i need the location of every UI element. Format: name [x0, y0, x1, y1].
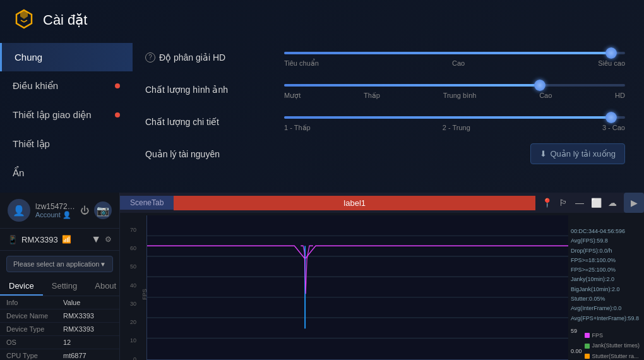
chevron-down-icon[interactable]: ▼: [91, 234, 101, 245]
info-key: Info: [6, 299, 63, 306]
setting-row-quan-ly-tai-nguyen: Quản lý tài nguyên ⬇ Quản lý tải xuống: [145, 143, 625, 164]
slider-do-phan-giai[interactable]: Tiêu chuẩn Cao Siêu cao: [284, 47, 625, 68]
camera-button[interactable]: 📷: [94, 201, 112, 219]
info-key: CPU Type: [6, 352, 63, 359]
tabs-row: Device Setting About: [0, 277, 119, 296]
legend-color-stutter: [585, 354, 590, 359]
chart-body: FPS 70 60 50 40 30 20 10 0 FPS: [120, 213, 644, 360]
y-axis: 70 60 50 40 30 20 10 0: [120, 215, 139, 360]
info-value: Value: [63, 299, 113, 306]
logo-icon: [13, 8, 35, 33]
app-selector[interactable]: Please select an application ▼: [6, 256, 113, 272]
right-side-section: 59 0.00 0 FPS Jank(Stutter times): [571, 326, 641, 360]
dot-indicator: [115, 112, 120, 117]
sidebar-item-chung[interactable]: Chung: [0, 43, 133, 71]
info-value: RMX3393: [63, 325, 113, 333]
user-details: lzw15472@uoo... Account 👤: [35, 202, 75, 219]
legend-color-fps: [585, 333, 590, 338]
chart-svg: [147, 215, 568, 359]
power-icon[interactable]: ⏻: [80, 205, 89, 215]
slider-fill: [284, 52, 611, 54]
chart-header: SceneTab label1 📍 🏳 — ⬜ ☁ ▶: [120, 193, 644, 213]
setting-row-chat-luong-hinh-anh: Chất lượng hình ảnh Mượt Thấp Trung bình…: [145, 79, 625, 100]
account-icon: 👤: [63, 211, 71, 219]
tab-device[interactable]: Device: [0, 277, 43, 296]
info-key: OS: [6, 339, 63, 346]
legend-item-fps: FPS: [585, 331, 640, 340]
chart-plot-wrapper: FPS: [139, 215, 568, 360]
slider-track[interactable]: [284, 84, 625, 87]
slider-thumb[interactable]: [534, 80, 546, 91]
cloud-icon[interactable]: ☁: [606, 196, 619, 209]
right-values: 59 0.00 0: [571, 326, 582, 360]
info-table: Info Value Device Name RMX3393 Device Ty…: [0, 296, 119, 360]
dropdown-chevron-icon: ▼: [100, 261, 106, 268]
label1-bar: label1: [174, 196, 535, 210]
device-selector: 📱 RMX3393 📶 ▼ ⚙: [0, 229, 119, 251]
avatar: 👤: [8, 199, 30, 222]
chart-area: SceneTab label1 📍 🏳 — ⬜ ☁ ▶ FPS 70 60 50…: [120, 193, 644, 360]
download-icon: ⬇: [540, 149, 547, 159]
chart-controls: 📍 🏳 — ⬜ ☁: [535, 196, 624, 209]
bottom-sidebar: 👤 lzw15472@uoo... Account 👤 ⏻ 📷 📱 RMX339…: [0, 193, 120, 360]
slider-chat-luong-hinh-anh[interactable]: Mượt Thấp Trung bình Cao HD: [284, 79, 625, 100]
legend-item-jank: Jank(Stutter times): [585, 341, 640, 350]
slider-labels: 1 - Thấp 2 - Trung 3 - Cao: [284, 124, 625, 132]
device-actions: ▼ ⚙: [91, 234, 112, 245]
sidebar-item-thiet-lap-giao-dien[interactable]: Thiết lập giao diện: [0, 100, 133, 129]
settings-content: ? Độ phân giải HD Tiêu chuẩn Cao Siêu ca…: [133, 40, 644, 193]
chart-right-info: 00:DC:344-04:56:596 Avg(FPS):59.8 Drop(F…: [568, 215, 644, 360]
settings-panel: Cài đặt Chung Điều khiển Thiết lập giao …: [0, 0, 644, 193]
chart-stats: 00:DC:344-04:56:596 Avg(FPS):59.8 Drop(F…: [571, 227, 641, 323]
device-name: 📱 RMX3393 📶: [8, 235, 71, 244]
chart-legend: FPS Jank(Stutter times) Stutter(Stutter …: [585, 326, 640, 360]
slider-thumb[interactable]: [605, 112, 617, 123]
slider-labels: Mượt Thấp Trung bình Cao HD: [284, 92, 625, 100]
play-button[interactable]: ▶: [624, 193, 644, 213]
sidebar-item-an[interactable]: Ẩn: [0, 159, 133, 188]
account-link[interactable]: Account 👤: [35, 211, 75, 219]
bottom-panel: 👤 lzw15472@uoo... Account 👤 ⏻ 📷 📱 RMX339…: [0, 193, 644, 360]
setting-row-chat-luong-chi-tiet: Chất lượng chi tiết 1 - Thấp 2 - Trung 3…: [145, 111, 625, 132]
settings-sidebar: Chung Điều khiển Thiết lập giao diện Thi…: [0, 40, 133, 193]
slider-track[interactable]: [284, 116, 625, 119]
table-row: Device Name RMX3393: [0, 309, 119, 323]
slider-track[interactable]: [284, 52, 625, 54]
chart-plot[interactable]: [146, 215, 568, 360]
username: lzw15472@uoo...: [35, 202, 75, 211]
help-icon-do-phan-giai[interactable]: ?: [145, 52, 155, 63]
slider-fill: [284, 84, 540, 87]
slider-thumb[interactable]: [605, 47, 617, 59]
table-row: CPU Type mt6877: [0, 349, 119, 360]
maximize-icon[interactable]: ⬜: [590, 196, 602, 209]
sidebar-item-thiet-lap[interactable]: Thiết lập: [0, 129, 133, 159]
info-key: Device Name: [6, 312, 63, 320]
minus-icon[interactable]: —: [573, 196, 586, 209]
tab-setting[interactable]: Setting: [43, 277, 86, 296]
info-key: Device Type: [6, 325, 63, 333]
tab-about[interactable]: About: [86, 277, 125, 296]
location-icon[interactable]: 📍: [540, 196, 553, 209]
setting-label-do-phan-giai: ? Độ phân giải HD: [145, 52, 271, 63]
slider-fill: [284, 116, 611, 119]
legend-color-jank: [585, 344, 590, 349]
settings-title: Cài đặt: [43, 12, 87, 28]
settings-icon[interactable]: ⚙: [105, 235, 112, 244]
download-manage-button[interactable]: ⬇ Quản lý tải xuống: [530, 143, 626, 164]
scene-tab[interactable]: SceneTab: [120, 196, 174, 210]
button-container: ⬇ Quản lý tải xuống: [284, 143, 625, 164]
settings-body: Chung Điều khiển Thiết lập giao diện Thi…: [0, 40, 644, 193]
fps-y-label: FPS: [141, 289, 148, 301]
sidebar-item-dieu-khien[interactable]: Điều khiển: [0, 71, 133, 100]
slider-labels: Tiêu chuẩn Cao Siêu cao: [284, 59, 625, 68]
info-value: 12: [63, 339, 113, 346]
info-value: RMX3393: [63, 312, 113, 320]
user-info-section: 👤 lzw15472@uoo... Account 👤 ⏻ 📷: [0, 193, 119, 229]
setting-label-chat-luong-chi-tiet: Chất lượng chi tiết: [145, 117, 271, 127]
info-value: mt6877: [63, 352, 113, 359]
slider-chat-luong-chi-tiet[interactable]: 1 - Thấp 2 - Trung 3 - Cao: [284, 111, 625, 132]
flag-icon[interactable]: 🏳: [557, 196, 569, 209]
table-row: Device Type RMX3393: [0, 323, 119, 336]
dot-indicator: [115, 83, 120, 88]
camera-icon: 📷: [97, 205, 109, 217]
